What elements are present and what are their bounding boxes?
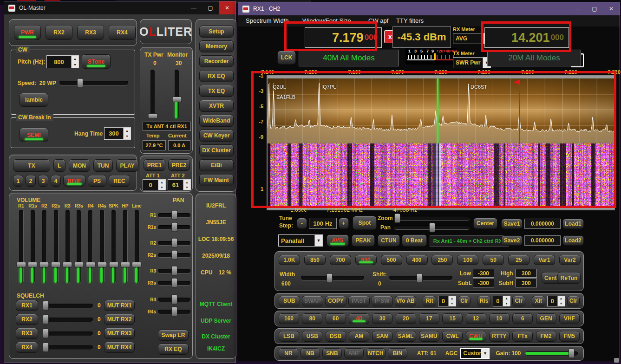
vfo-op-button[interactable]: PAST [348,296,370,306]
dsp-button[interactable]: NTCH [366,348,386,358]
spin-down-icon[interactable]: ▼ [72,62,78,68]
mode-button[interactable]: CWU [466,331,486,342]
pre2-button[interactable]: PRE2 [168,159,190,171]
menu-item[interactable]: CW apf [368,17,388,24]
squelch-slider[interactable] [43,318,93,322]
side-button[interactable]: TX EQ [199,85,234,97]
load2-button[interactable]: Load2 [562,235,584,246]
tuning-cursor[interactable] [437,78,438,143]
squelch-slider[interactable] [43,345,93,350]
spin-up-icon[interactable]: ▲ [72,56,78,62]
shift-slider[interactable] [389,276,452,280]
spot-button[interactable]: Spot [353,216,377,230]
gain-slider[interactable] [525,351,578,356]
spin-down-icon[interactable]: ▼ [503,301,510,306]
band-button[interactable]: 60 [326,313,346,324]
save1-button[interactable]: Save1 [501,219,523,229]
side-button[interactable]: Recorder [199,55,234,67]
vfo-op-button[interactable]: P-SW [372,296,393,306]
dsp-button[interactable]: BIN [388,348,407,358]
service-status-text[interactable]: MQTT Client [196,301,236,307]
high-value-display[interactable]: 300 [516,269,537,278]
retun-button[interactable]: ReTun [557,272,581,284]
dsp-button[interactable]: ANF [344,348,364,358]
tx-row-button[interactable]: TUN [93,159,113,172]
close-button[interactable]: ✕ [603,2,620,15]
iambic-button[interactable]: Iambic [20,93,48,107]
power-row-button[interactable]: RX3 [77,25,104,40]
pan-slider[interactable] [158,281,190,285]
mute-button[interactable]: MUT RX4 [104,342,135,353]
pan-slider[interactable] [158,253,190,257]
pan-slider[interactable] [158,225,190,229]
mode-button[interactable]: LSB [279,331,299,342]
spectrum-bottom-bar[interactable] [268,207,614,209]
filter-width-button[interactable]: 500 [381,255,402,265]
band-button[interactable]: 80 [302,313,322,324]
side-button[interactable]: WideBand [199,115,234,127]
squelch-slider[interactable] [43,332,93,336]
menu-item[interactable]: TTY filters [396,17,424,24]
band-button[interactable]: 30 [372,313,392,324]
tx-row-button[interactable]: TX [13,159,50,172]
close-button[interactable]: ✕ [219,1,235,14]
mode-button[interactable]: USB [302,331,322,342]
volume-slider[interactable] [100,210,104,283]
tx-meter-combo[interactable]: SWR Pwr▼ [453,57,491,68]
tx-pwr-slider[interactable] [150,70,155,119]
volume-slider[interactable] [111,210,116,283]
band-button[interactable]: 20 [396,313,416,324]
vfo-b-display[interactable]: 14.201000 [484,27,569,48]
mute-button[interactable]: MUT RX2 [104,314,135,325]
waterfall-display[interactable] [268,143,614,208]
mode-button[interactable]: DSB [326,331,346,342]
band-button[interactable]: 15 [442,313,463,324]
power-row-button[interactable]: PWR [14,25,41,40]
xit-button[interactable]: Xit [532,296,545,306]
pre1-button[interactable]: PRE1 [144,159,165,171]
att2-spinner[interactable]: 61▲▼ [168,179,191,190]
tx-row-button[interactable]: L [53,159,65,172]
side-button[interactable]: RX EQ [199,70,234,82]
load1-button[interactable]: Load1 [562,219,584,229]
vfo-op-button[interactable]: SWAP [302,296,323,306]
dsp-button[interactable]: NR [279,348,298,358]
mode-button[interactable]: SAML [396,331,416,342]
subl-value-display[interactable]: -300 [473,279,494,287]
rx1-titlebar[interactable]: RX1 - CH2 — ▢ ✕ [238,2,620,15]
chevron-down-icon[interactable]: ▼ [314,235,322,246]
display-mode-combo[interactable]: Panafall▼ [278,234,323,247]
tx-row-button[interactable]: PLAY [116,159,138,172]
menu-item[interactable]: Window/Font Size [302,17,351,24]
volume-slider[interactable] [19,210,23,283]
zoom-slider[interactable] [394,216,470,220]
monitor-slider[interactable] [175,70,179,119]
vfo-op-button[interactable]: COPY [325,296,346,306]
service-status-text[interactable]: UDP Server [196,318,236,324]
rit-clear-button[interactable]: Clr [458,296,471,306]
mute-button[interactable]: MUT RX3 [104,328,135,339]
spin-up-icon[interactable]: ▲ [158,180,165,185]
dx-spot-label[interactable]: DC6ST [471,84,487,90]
squelch-slider[interactable] [43,304,93,308]
minimize-button[interactable]: — [569,2,586,15]
ris-button[interactable]: Ris [477,296,490,306]
power-row-button[interactable]: RX4 [109,25,136,40]
rx-select-button[interactable]: RF/IF [63,175,85,187]
pan-slider[interactable] [158,310,190,314]
spin-down-icon[interactable]: ▼ [183,185,190,190]
dx-spot-label[interactable]: EA1FLB [276,94,295,100]
pan-slider[interactable] [158,241,190,245]
spin-up-icon[interactable]: ▲ [558,296,565,301]
band-button[interactable]: 40 [349,313,369,324]
swap-lr-button[interactable]: Swap LR [158,330,189,341]
mute-button[interactable]: MUT RX1 [104,300,135,311]
volume-slider[interactable] [135,210,139,283]
rit-spinner[interactable]: 0▲▼ [438,296,456,306]
mode-button[interactable]: CWL [442,331,463,342]
tray-icon[interactable] [614,358,619,363]
ris-spinner[interactable]: 0▲▼ [493,296,510,306]
save2-button[interactable]: Save2 [501,235,523,246]
mode-button[interactable]: FM5 [559,331,580,342]
rx-select-button[interactable]: 4 [51,175,61,187]
